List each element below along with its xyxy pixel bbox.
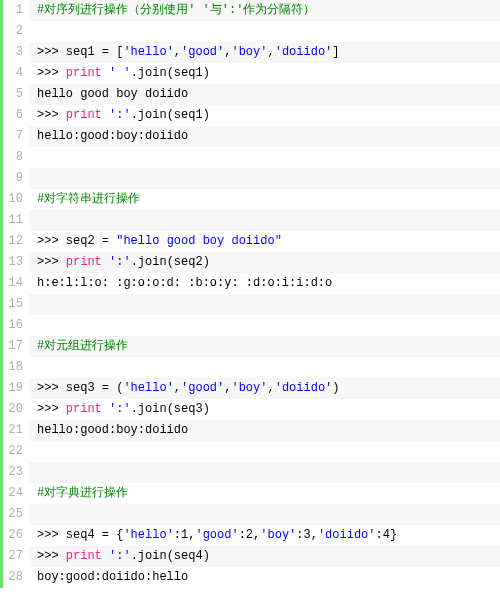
line-number: 2 [3,21,29,42]
code-line [29,210,500,231]
line-number: 12 [3,231,29,252]
line-number: 20 [3,399,29,420]
code-token: .join(seq4) [131,549,210,563]
code-token: , [174,381,181,395]
code-line [29,147,500,168]
code-token: 'good' [181,45,224,59]
line-number: 8 [3,147,29,168]
code-line: hello:good:boy:doiido [29,420,500,441]
code-line: >>> print ':'.join(seq1) [29,105,500,126]
code-token: print [66,402,102,416]
code-line: >>> print ':'.join(seq2) [29,252,500,273]
code-line [29,168,500,189]
code-token [102,549,109,563]
code-token: 'good' [195,528,238,542]
line-number: 13 [3,252,29,273]
code-token: hello:good:boy:doiido [37,129,188,143]
line-number: 10 [3,189,29,210]
code-token: 'boy' [231,45,267,59]
code-token: .join(seq2) [131,255,210,269]
line-number: 9 [3,168,29,189]
code-line: >>> print ' '.join(seq1) [29,63,500,84]
code-line: #对字符串进行操作 [29,189,500,210]
code-block: 1234567891011121314151617181920212223242… [0,0,500,588]
code-line: #对序列进行操作（分别使用' '与':'作为分隔符） [29,0,500,21]
code-token: >>> seq2 = [37,234,116,248]
code-token: print [66,66,102,80]
code-line [29,357,500,378]
code-token: >>> seq4 = { [37,528,123,542]
line-number: 11 [3,210,29,231]
line-number: 17 [3,336,29,357]
line-number: 25 [3,504,29,525]
line-number: 3 [3,42,29,63]
line-number: 27 [3,546,29,567]
code-token: #对字符串进行操作 [37,192,140,206]
code-token: 'doiido' [275,45,333,59]
code-token [102,108,109,122]
code-token: ' ' [109,66,131,80]
code-token: 'boy' [231,381,267,395]
code-token: ':' [109,255,131,269]
code-token: hello good boy doiido [37,87,188,101]
code-token: hello:good:boy:doiido [37,423,188,437]
code-line: h:e:l:l:o: :g:o:o:d: :b:o:y: :d:o:i:i:d:… [29,273,500,294]
code-line: >>> seq1 = ['hello','good','boy','doiido… [29,42,500,63]
code-token: , [267,45,274,59]
code-token: #对序列进行操作（分别使用' '与':'作为分隔符） [37,3,315,17]
code-token: h:e:l:l:o: :g:o:o:d: :b:o:y: :d:o:i:i:d:… [37,276,332,290]
line-number: 14 [3,273,29,294]
code-line [29,462,500,483]
code-token: .join(seq1) [131,66,210,80]
code-token: >>> seq3 = ( [37,381,123,395]
code-token: 'hello' [123,381,173,395]
code-token: .join(seq1) [131,108,210,122]
line-number: 28 [3,567,29,588]
code-line: >>> print ':'.join(seq3) [29,399,500,420]
code-token: :3, [296,528,318,542]
code-token: >>> [37,66,66,80]
code-token: 'hello' [123,45,173,59]
code-token: ':' [109,108,131,122]
line-number: 5 [3,84,29,105]
code-line: boy:good:doiido:hello [29,567,500,588]
code-token: >>> [37,549,66,563]
code-token: :1, [174,528,196,542]
line-number: 15 [3,294,29,315]
code-token: .join(seq3) [131,402,210,416]
code-token: #对字典进行操作 [37,486,128,500]
line-number: 4 [3,63,29,84]
line-number: 22 [3,441,29,462]
code-token: 'good' [181,381,224,395]
code-token: , [174,45,181,59]
code-token [102,402,109,416]
code-line [29,315,500,336]
code-token: ':' [109,402,131,416]
line-number: 7 [3,126,29,147]
code-token: 'hello' [123,528,173,542]
code-line: >>> print ':'.join(seq4) [29,546,500,567]
code-token [102,255,109,269]
line-number-gutter: 1234567891011121314151617181920212223242… [3,0,29,588]
line-number: 23 [3,462,29,483]
code-token: >>> [37,255,66,269]
code-token: >>> [37,108,66,122]
code-lines: #对序列进行操作（分别使用' '与':'作为分隔符） >>> seq1 = ['… [29,0,500,588]
code-token: >>> [37,402,66,416]
code-token: ':' [109,549,131,563]
code-token: , [267,381,274,395]
line-number: 18 [3,357,29,378]
line-number: 1 [3,0,29,21]
line-number: 24 [3,483,29,504]
code-line: hello:good:boy:doiido [29,126,500,147]
line-number: 19 [3,378,29,399]
code-line: hello good boy doiido [29,84,500,105]
code-token: ) [332,381,339,395]
code-line: #对元组进行操作 [29,336,500,357]
code-line [29,294,500,315]
code-token: ] [332,45,339,59]
code-line [29,441,500,462]
code-token: print [66,108,102,122]
code-token: "hello good boy doiido" [116,234,282,248]
code-line [29,504,500,525]
